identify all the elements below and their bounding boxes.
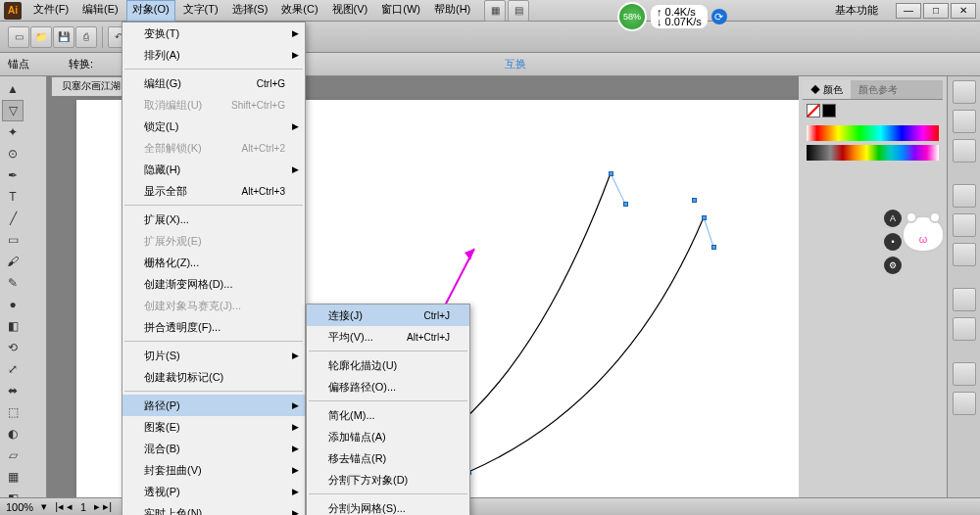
pencil-tool-icon[interactable]: ✎ — [2, 272, 24, 294]
mesh-tool-icon[interactable]: ▦ — [2, 466, 24, 488]
accel-icon[interactable]: ⟳ — [711, 9, 727, 24]
perspective-tool-icon[interactable]: ▱ — [2, 445, 24, 466]
minimize-button[interactable]: — — [896, 3, 921, 19]
magic-wand-tool-icon[interactable]: ✦ — [2, 121, 24, 143]
menu-item[interactable]: 路径(P)▶ — [122, 395, 305, 416]
title-right: 基本功能 — □ ✕ — [835, 3, 976, 19]
menu-item[interactable]: 混合(B)▶ — [122, 438, 305, 459]
handle-point[interactable] — [623, 202, 628, 207]
menu-item[interactable]: 透视(P)▶ — [122, 481, 305, 502]
menu-item[interactable]: 扩展(X)... — [122, 209, 305, 230]
menu-effect[interactable]: 效果(C) — [275, 0, 323, 22]
menu-item[interactable]: 图案(E)▶ — [122, 416, 305, 438]
none-swatch[interactable] — [807, 104, 820, 117]
menu-item[interactable]: 隐藏(H)▶ — [122, 159, 305, 180]
submenu-item[interactable]: 轮廓化描边(U) — [307, 354, 469, 376]
open-icon[interactable]: 📁 — [30, 26, 52, 48]
menu-item[interactable]: 编组(G)Ctrl+G — [122, 72, 305, 94]
type-tool-icon[interactable]: T — [2, 186, 24, 208]
workspace-label[interactable]: 基本功能 — [835, 3, 878, 18]
dock-gradient-icon[interactable] — [953, 213, 976, 237]
rectangle-tool-icon[interactable]: ▭ — [2, 229, 24, 251]
mascot-a-icon[interactable]: A — [884, 210, 902, 227]
menu-item[interactable]: 排列(A)▶ — [122, 44, 305, 66]
menu-help[interactable]: 帮助(H) — [428, 0, 476, 22]
selection-tool-icon[interactable]: ▲ — [2, 78, 24, 100]
scale-tool-icon[interactable]: ⤢ — [2, 358, 24, 380]
tools-panel: ▲ ▽ ✦ ⊙ ✒ T ╱ ▭ 🖌 ✎ ● ◧ ⟲ ⤢ ⬌ ⬚ ◐ ▱ ▦ ◧ … — [0, 76, 47, 497]
document-tab[interactable]: 贝塞尔画江湖 — [51, 76, 131, 96]
menu-view[interactable]: 视图(V) — [326, 0, 374, 22]
mascot-dot-icon[interactable]: • — [884, 233, 902, 251]
lasso-tool-icon[interactable]: ⊙ — [2, 143, 24, 164]
submenu-item[interactable]: 移去锚点(R) — [307, 447, 469, 469]
menu-item[interactable]: 栅格化(Z)... — [122, 252, 305, 273]
dock-appearance-icon[interactable] — [953, 288, 976, 311]
submenu-item[interactable]: 分割下方对象(D) — [307, 469, 469, 491]
submenu-item[interactable]: 添加锚点(A) — [307, 426, 469, 447]
free-transform-tool-icon[interactable]: ⬚ — [2, 401, 24, 423]
anchor-point[interactable] — [702, 215, 707, 220]
anchor-point[interactable] — [609, 171, 613, 176]
convert-label: 转换: — [69, 57, 93, 71]
menu-object[interactable]: 对象(O) — [126, 0, 175, 22]
title-bar: Ai 文件(F) 编辑(E) 对象(O) 文字(T) 选择(S) 效果(C) 视… — [0, 0, 980, 22]
submenu-item[interactable]: 简化(M)... — [307, 404, 469, 426]
dock-symbols-icon[interactable] — [953, 139, 976, 163]
new-icon[interactable]: ▭ — [8, 26, 29, 48]
anchor-point[interactable] — [692, 198, 697, 203]
color-spectrum[interactable] — [807, 125, 939, 141]
bridge-icon[interactable]: ▤ — [508, 0, 529, 22]
menu-item[interactable]: 拼合透明度(F)... — [122, 316, 305, 338]
close-button[interactable]: ✕ — [951, 3, 976, 19]
dock-swatches-icon[interactable] — [953, 80, 976, 104]
eraser-tool-icon[interactable]: ◧ — [2, 315, 24, 337]
brush-tool-icon[interactable]: 🖌 — [2, 251, 24, 272]
submenu-item[interactable]: 分割为网格(S)... — [307, 497, 469, 515]
menu-item[interactable]: 封套扭曲(V)▶ — [122, 459, 305, 481]
line-tool-icon[interactable]: ╱ — [2, 208, 24, 229]
width-tool-icon[interactable]: ⬌ — [2, 380, 24, 401]
menu-item[interactable]: 实时上色(N)▶ — [122, 502, 305, 515]
menu-item[interactable]: 创建裁切标记(C) — [122, 366, 305, 388]
menu-type[interactable]: 文字(T) — [177, 0, 224, 22]
dock-layers-icon[interactable] — [953, 362, 976, 386]
direct-selection-tool-icon[interactable]: ▽ — [2, 100, 24, 121]
layout-icon[interactable]: ▦ — [484, 0, 506, 22]
shape-builder-tool-icon[interactable]: ◐ — [2, 423, 24, 445]
maximize-button[interactable]: □ — [923, 3, 949, 19]
dock-brushes-icon[interactable] — [953, 110, 976, 133]
mascot-gear-icon[interactable]: ⚙ — [884, 257, 902, 274]
print-icon[interactable]: ⎙ — [75, 26, 97, 48]
menu-item[interactable]: 显示全部Alt+Ctrl+3 — [122, 180, 305, 202]
dock-artboards-icon[interactable] — [953, 392, 976, 415]
rotate-tool-icon[interactable]: ⟲ — [2, 337, 24, 358]
page-number[interactable]: 1 — [80, 501, 86, 513]
color-tab[interactable]: ◆ 颜色 — [803, 80, 851, 99]
dock-stroke-icon[interactable] — [953, 184, 976, 208]
submenu-item[interactable]: 平均(V)...Alt+Ctrl+J — [307, 326, 469, 348]
menu-window[interactable]: 窗口(W) — [375, 0, 426, 22]
swap-button[interactable]: 互换 — [505, 57, 526, 71]
black-swatch[interactable] — [822, 104, 836, 117]
pen-tool-icon[interactable]: ✒ — [2, 164, 24, 186]
submenu-item[interactable]: 偏移路径(O)... — [307, 376, 469, 398]
menu-item[interactable]: 锁定(L)▶ — [122, 116, 305, 137]
color-spectrum-2[interactable] — [807, 145, 939, 161]
menu-item[interactable]: 切片(S)▶ — [122, 345, 305, 366]
mascot-widget[interactable]: A • ⚙ ω — [902, 215, 951, 274]
dock-graphic-styles-icon[interactable] — [953, 317, 976, 341]
blob-brush-tool-icon[interactable]: ● — [2, 294, 24, 315]
dock-transparency-icon[interactable] — [953, 243, 976, 266]
handle-point[interactable] — [711, 245, 716, 250]
menu-edit[interactable]: 编辑(E) — [76, 0, 124, 22]
zoom-level[interactable]: 100% — [6, 501, 33, 513]
svg-line-0 — [611, 173, 625, 204]
menu-select[interactable]: 选择(S) — [226, 0, 274, 22]
save-icon[interactable]: 💾 — [53, 26, 74, 48]
color-guide-tab[interactable]: 颜色参考 — [851, 80, 906, 99]
menu-item[interactable]: 变换(T)▶ — [122, 23, 305, 44]
menu-item[interactable]: 创建渐变网格(D)... — [122, 273, 305, 295]
menu-file[interactable]: 文件(F) — [27, 0, 74, 22]
submenu-item[interactable]: 连接(J)Ctrl+J — [307, 304, 469, 326]
